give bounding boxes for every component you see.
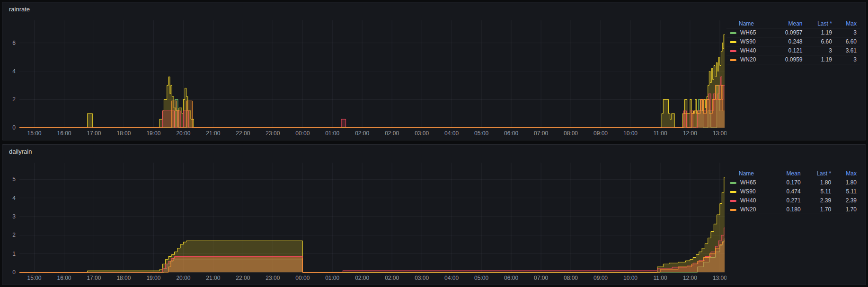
x-tick-label: 01:00 — [325, 130, 339, 137]
legend-series-name[interactable]: WH40 — [740, 47, 756, 54]
y-tick-label: 2 — [12, 232, 16, 238]
legend-series-name[interactable]: WH65 — [740, 179, 756, 186]
legend-row-ws90: WS900.4745.115.11 — [726, 187, 860, 196]
legend-header-row: NameMeanLast *Max — [726, 169, 860, 178]
legend-name-cell: WH65 — [726, 28, 772, 37]
x-tick-label: 11:00 — [653, 130, 667, 137]
x-tick-label: 21:00 — [206, 130, 220, 137]
wh40-series-swatch[interactable] — [730, 200, 736, 202]
series-wh40-area — [19, 228, 725, 272]
legend-last-value: 1.70 — [804, 205, 834, 214]
x-tick-label: 02:00 — [355, 130, 369, 137]
legend-max-value: 2.39 — [834, 196, 860, 205]
legend-header-last[interactable]: Last * — [804, 169, 834, 178]
legend-header-max[interactable]: Max — [834, 169, 860, 178]
legend-header-mean[interactable]: Mean — [772, 19, 806, 28]
series-wn20-area — [19, 85, 725, 128]
x-tick-label: 02:00 — [385, 275, 399, 281]
x-tick-label: 13:00 — [713, 130, 726, 137]
panel-title-dailyrain[interactable]: dailyrain — [2, 145, 866, 159]
legend-header-max[interactable]: Max — [835, 19, 860, 28]
dailyrain-time-series-plot[interactable]: 01234515:0016:0017:0018:0019:0020:0021:0… — [5, 159, 726, 283]
y-tick-label: 4 — [12, 68, 16, 75]
legend-last-value: 1.19 — [806, 28, 835, 37]
y-tick-label: 4 — [12, 195, 16, 201]
wh65-series-swatch[interactable] — [730, 32, 736, 34]
series-wh40-line — [19, 228, 725, 272]
y-tick-label: 0 — [12, 124, 16, 131]
series-wh40-area — [19, 77, 725, 128]
wh40-series-swatch[interactable] — [730, 50, 736, 52]
legend-name-cell: WS90 — [726, 187, 774, 196]
legend-series-name[interactable]: WS90 — [740, 188, 756, 195]
x-tick-label: 16:00 — [57, 275, 71, 281]
x-tick-label: 15:00 — [27, 130, 41, 137]
x-tick-label: 20:00 — [176, 275, 190, 281]
legend-last-value: 1.19 — [806, 55, 835, 64]
panel-body: 01234515:0016:0017:0018:0019:0020:0021:0… — [2, 159, 866, 284]
legend-series-name[interactable]: WN20 — [740, 56, 756, 63]
legend-mean-value: 0.0959 — [772, 55, 806, 64]
x-tick-label: 02:00 — [385, 130, 399, 137]
series-wh65-line — [19, 85, 725, 128]
legend-last-value: 1.80 — [804, 178, 834, 187]
legend-row-wn20: WN200.09591.193 — [726, 55, 860, 64]
legend-last-value: 3 — [806, 46, 835, 55]
series-wn20-line — [19, 85, 725, 128]
x-tick-label: 09:00 — [593, 130, 608, 137]
x-tick-label: 05:00 — [474, 130, 488, 137]
x-tick-label: 12:00 — [683, 130, 697, 137]
y-tick-label: 6 — [12, 40, 16, 46]
x-tick-label: 10:00 — [623, 130, 638, 137]
panel-title-rainrate[interactable]: rainrate — [2, 2, 866, 17]
legend-header-mean[interactable]: Mean — [774, 169, 804, 178]
legend-mean-value: 0.271 — [774, 196, 804, 205]
ws90-series-swatch[interactable] — [730, 41, 736, 43]
legend-series-name[interactable]: WS90 — [740, 38, 756, 45]
x-tick-label: 18:00 — [116, 275, 131, 281]
series-wn20-line — [19, 241, 725, 272]
legend-header-last[interactable]: Last * — [806, 19, 835, 28]
legend-series-name[interactable]: WH65 — [740, 29, 756, 36]
legend-header-name[interactable]: Name — [726, 19, 772, 28]
series-wh65-area — [19, 239, 725, 272]
legend-header-name[interactable]: Name — [726, 169, 774, 178]
legend-table-dailyrain: NameMeanLast *MaxWH650.1701.801.80WS900.… — [726, 169, 860, 214]
x-tick-label: 22:00 — [236, 275, 250, 281]
y-tick-label: 2 — [12, 96, 16, 103]
x-tick-label: 06:00 — [504, 275, 518, 281]
legend-max-value: 1.70 — [834, 205, 860, 214]
legend-mean-value: 0.121 — [772, 46, 806, 55]
x-tick-label: 12:00 — [683, 275, 697, 281]
wn20-series-swatch[interactable] — [730, 209, 736, 211]
x-tick-label: 11:00 — [653, 275, 667, 281]
x-tick-label: 17:00 — [87, 130, 101, 137]
rainrate-svg[interactable]: 024615:0016:0017:0018:0019:0020:0021:002… — [5, 17, 726, 138]
legend-name-cell: WN20 — [726, 205, 774, 214]
series-ws90-line — [19, 177, 725, 272]
legend-row-wh40: WH400.12133.61 — [726, 46, 860, 55]
legend-series-name[interactable]: WH40 — [740, 197, 756, 204]
ws90-series-swatch[interactable] — [730, 191, 736, 193]
x-tick-label: 19:00 — [146, 130, 160, 137]
legend-max-value: 1.80 — [834, 178, 860, 187]
panel-dailyrain: dailyrain 01234515:0016:0017:0018:0019:0… — [2, 144, 866, 285]
legend-last-value: 2.39 — [804, 196, 834, 205]
wn20-series-swatch[interactable] — [730, 59, 736, 61]
legend-row-ws90: WS900.2486.606.60 — [726, 37, 860, 46]
legend-mean-value: 0.248 — [772, 37, 806, 46]
legend-container: NameMeanLast *MaxWH650.09571.193WS900.24… — [726, 19, 863, 138]
rainrate-time-series-plot[interactable]: 024615:0016:0017:0018:0019:0020:0021:002… — [5, 17, 726, 138]
x-tick-label: 03:00 — [415, 130, 429, 137]
dailyrain-svg[interactable]: 01234515:0016:0017:0018:0019:0020:0021:0… — [5, 159, 726, 283]
legend-row-wh65: WH650.09571.193 — [726, 28, 860, 37]
legend-max-value: 3 — [835, 55, 860, 64]
y-tick-label: 3 — [12, 213, 16, 220]
wh65-series-swatch[interactable] — [730, 182, 736, 184]
x-tick-label: 01:00 — [325, 275, 339, 281]
legend-max-value: 6.60 — [835, 37, 860, 46]
x-tick-label: 08:00 — [564, 130, 578, 137]
series-ws90-area — [19, 35, 725, 128]
legend-name-cell: WN20 — [726, 55, 772, 64]
legend-series-name[interactable]: WN20 — [740, 206, 756, 213]
